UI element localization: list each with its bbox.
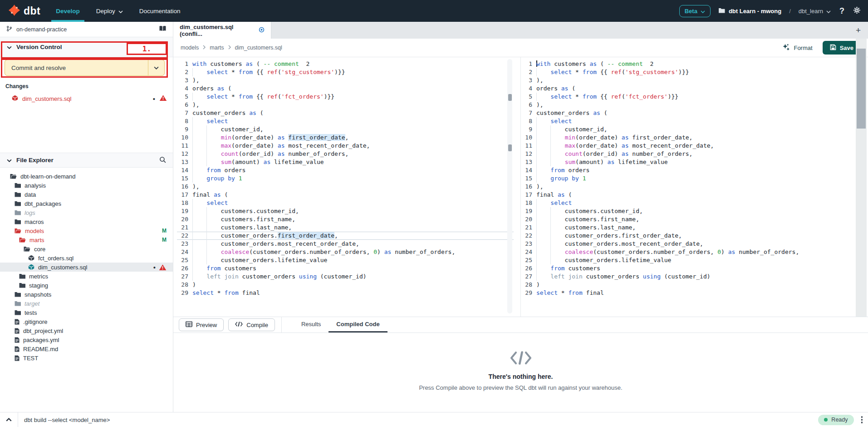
tree-item-models[interactable]: modelsM [0, 226, 173, 235]
code-line[interactable]: 6), [177, 101, 514, 109]
code-line[interactable]: 21 customers.last_name, [177, 223, 514, 232]
breadcrumb-marts[interactable]: marts [210, 45, 224, 51]
beta-badge[interactable]: Beta [679, 5, 711, 17]
code-line[interactable]: 15 group by 1 [177, 174, 514, 183]
code-line[interactable]: 11 max(order_date) as most_recent_order_… [177, 142, 514, 150]
code-line[interactable]: 21 customers.last_name, [521, 223, 856, 232]
tree-item-data[interactable]: data [0, 190, 173, 199]
code-line[interactable]: 10 min(order_date) as first_order_date, [521, 134, 856, 142]
commit-options-chevron[interactable] [148, 60, 164, 75]
left-pane-scrollbar[interactable] [507, 59, 512, 313]
code-line[interactable]: 29select * from final [521, 289, 856, 297]
breadcrumb-models[interactable]: models [181, 45, 199, 51]
tree-item-marts[interactable]: martsM [0, 235, 173, 244]
tree-item-snapshots[interactable]: snapshots [0, 290, 173, 299]
commit-and-resolve-button[interactable]: Commit and resolve [5, 60, 165, 76]
code-line[interactable]: 12 count(order_id) as number_of_orders, [521, 150, 856, 158]
file-explorer-header[interactable]: File Explorer [0, 153, 173, 168]
scrollbar-thumb[interactable] [857, 49, 866, 129]
editor-tab[interactable]: dim_customers.sql (confli... [173, 22, 271, 39]
code-line[interactable]: 1with customers as ( -- comment 2 [521, 60, 856, 68]
tree-item-TEST[interactable]: TEST [0, 353, 173, 362]
code-line[interactable]: 24 coalesce(customer_orders.number_of_or… [521, 248, 856, 256]
tree-item-dbt-learn-on-demand[interactable]: dbt-learn-on-demand [0, 172, 173, 181]
tree-item-macros[interactable]: macros [0, 217, 173, 226]
code-line[interactable]: 16), [521, 183, 856, 191]
code-line[interactable]: 26 from customers [177, 264, 514, 273]
docs-book-icon[interactable] [159, 25, 167, 33]
changed-file-row[interactable]: dim_customers.sql • [0, 93, 173, 104]
code-line[interactable]: 12 count(order_id) as number_of_orders, [177, 150, 514, 158]
code-line[interactable]: 22 customer_orders.first_order_date, [521, 232, 856, 240]
nav-item-documentation[interactable]: Documentation [137, 0, 183, 22]
code-line[interactable]: 20 customers.first_name, [177, 215, 514, 223]
tree-item-staging[interactable]: staging [0, 281, 173, 290]
code-line[interactable]: 17final as ( [177, 191, 514, 199]
search-icon[interactable] [159, 156, 166, 164]
account-selector[interactable]: dbt Learn - mwong [718, 8, 781, 15]
code-line[interactable]: 14 from orders [177, 166, 514, 174]
code-line[interactable]: 16), [177, 183, 514, 191]
code-line[interactable]: 1with customers as ( -- comment 2 [177, 60, 514, 68]
code-line[interactable]: 14 from orders [521, 166, 856, 174]
tree-item-fct_orders.sql[interactable]: fct_orders.sql [0, 253, 173, 263]
code-line[interactable]: 23 customer_orders.most_recent_order_dat… [521, 240, 856, 248]
code-line[interactable]: 27 left join customer_orders using (cust… [521, 273, 856, 281]
code-line[interactable]: 19 customers.customer_id, [521, 207, 856, 215]
code-line[interactable]: 7customer_orders as ( [521, 109, 856, 117]
code-line[interactable]: 4orders as ( [521, 84, 856, 93]
code-line[interactable]: 5 select * from {{ ref('fct_orders')}} [521, 93, 856, 101]
tree-item-tests[interactable]: tests [0, 308, 173, 317]
code-line[interactable]: 28) [521, 281, 856, 289]
code-line[interactable]: 3), [177, 76, 514, 84]
format-button[interactable]: Format [782, 43, 812, 52]
code-line[interactable]: 13 sum(amount) as lifetime_value [177, 158, 514, 166]
code-line[interactable]: 7customer_orders as ( [177, 109, 514, 117]
kebab-menu-icon[interactable] [856, 416, 868, 423]
code-line[interactable]: 22 customer_orders.first_order_date, [177, 232, 514, 240]
tree-item-core[interactable]: core [0, 244, 173, 253]
command-input[interactable] [18, 417, 818, 423]
chevron-up-icon[interactable] [0, 418, 18, 422]
code-line[interactable]: 29select * from final [177, 289, 514, 297]
code-line[interactable]: 25 customer_orders.lifetime_value [521, 256, 856, 264]
code-pane-right[interactable]: 1with customers as ( -- comment 22 selec… [520, 57, 856, 317]
tree-item-logs[interactable]: logs [0, 208, 173, 217]
nav-item-develop[interactable]: Develop [53, 0, 83, 22]
code-line[interactable]: 26 from customers [521, 264, 856, 273]
right-pane-scrollbar[interactable] [856, 39, 867, 317]
code-line[interactable]: 23 customer_orders.most_recent_order_dat… [177, 240, 514, 248]
code-line[interactable]: 2 select * from {{ ref('stg_customers')}… [177, 68, 514, 76]
code-line[interactable]: 18 select [177, 199, 514, 207]
code-line[interactable]: 13 sum(amount) as lifetime_value [521, 158, 856, 166]
tab-results[interactable]: Results [294, 317, 329, 333]
code-line[interactable]: 24 coalesce(customer_orders.number_of_or… [177, 248, 514, 256]
code-line[interactable]: 9 customer_id, [521, 125, 856, 134]
code-line[interactable]: 20 customers.first_name, [521, 215, 856, 223]
code-line[interactable]: 15 group by 1 [521, 174, 856, 183]
branch-selector[interactable]: on-demand-practice [0, 22, 173, 37]
dbt-logo[interactable]: dbt [8, 4, 40, 18]
compile-button[interactable]: Compile [228, 318, 275, 331]
tree-item-dim_customers.sql[interactable]: dim_customers.sql• [0, 263, 173, 272]
tree-item-target[interactable]: target [0, 299, 173, 308]
tab-compiled-code[interactable]: Compiled Code [329, 317, 387, 333]
code-pane-left[interactable]: 1with customers as ( -- comment 22 selec… [177, 57, 514, 317]
code-line[interactable]: 4orders as ( [177, 84, 514, 93]
nav-item-deploy[interactable]: Deploy [93, 0, 126, 22]
help-icon[interactable]: ? [839, 6, 845, 16]
scrollbar-thumb[interactable] [508, 144, 512, 151]
preview-button[interactable]: Preview [179, 318, 224, 331]
code-line[interactable]: 5 select * from {{ ref('fct_orders')}} [177, 93, 514, 101]
code-line[interactable]: 17final as ( [521, 191, 856, 199]
tree-item-packages.yml[interactable]: packages.yml [0, 335, 173, 344]
tree-item-README.md[interactable]: README.md [0, 344, 173, 353]
tree-item-dbt_project.yml[interactable]: dbt_project.yml [0, 326, 173, 335]
save-button[interactable]: Save [823, 41, 861, 55]
code-line[interactable]: 9 customer_id, [177, 125, 514, 134]
code-line[interactable]: 3), [521, 76, 856, 84]
gear-icon[interactable] [853, 6, 861, 16]
code-line[interactable]: 11 max(order_date) as most_recent_order_… [521, 142, 856, 150]
code-line[interactable]: 25 customer_orders.lifetime_value [177, 256, 514, 264]
code-line[interactable]: 2 select * from {{ ref('stg_customers')}… [521, 68, 856, 76]
